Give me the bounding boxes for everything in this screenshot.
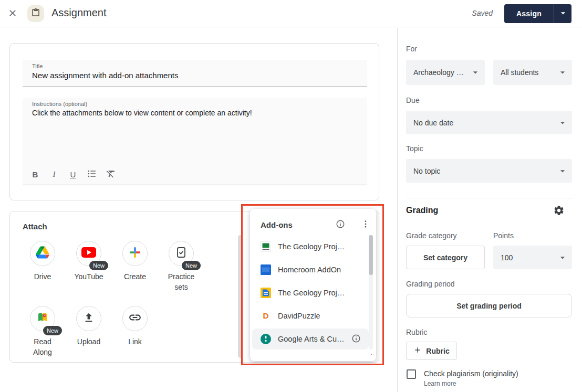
- top-bar: Assignment Saved Assign: [0, 0, 582, 27]
- rubric-button-label: Rubric: [426, 347, 449, 355]
- due-label: Due: [406, 96, 420, 104]
- sidebar-divider: [406, 198, 572, 198]
- homeroom-addon-icon: [261, 264, 271, 275]
- gear-icon: [553, 210, 565, 218]
- attach-item-label: YouTube: [71, 271, 106, 282]
- create-plus-icon: [128, 246, 142, 261]
- attach-item-label: Link: [118, 336, 152, 347]
- clear-formatting-icon: [106, 168, 116, 181]
- attach-youtube-button[interactable]: New YouTube: [66, 241, 112, 282]
- svg-text:D: D: [263, 311, 269, 320]
- upload-icon: [82, 311, 95, 326]
- youtube-icon: [81, 247, 96, 260]
- topic-value: No topic: [413, 167, 440, 175]
- assignment-clipboard-icon: [31, 8, 40, 19]
- addons-info-button[interactable]: [335, 219, 346, 230]
- google-drive-icon: [36, 246, 49, 261]
- chevron-down-icon: [557, 118, 568, 130]
- points-value: 100: [501, 253, 513, 262]
- instructions-input[interactable]: Instructions (optional) Click the attach…: [23, 98, 367, 185]
- geology-project-book-icon: [261, 288, 271, 298]
- attach-item-label: Drive: [25, 271, 60, 282]
- underline-button[interactable]: U: [66, 167, 80, 182]
- geology-project-icon: [261, 241, 271, 252]
- set-grading-period-button[interactable]: Set grading period: [406, 294, 572, 317]
- addon-item-homeroom[interactable]: Homeroom AddOn: [252, 259, 369, 280]
- instructions-value: Click the attachments below to view cont…: [32, 109, 252, 117]
- saved-status: Saved: [472, 9, 493, 17]
- addon-item-geology-project-2[interactable]: The Geology Proj…: [252, 282, 369, 303]
- assignment-dialog: Assignment Saved Assign Title New assign…: [0, 0, 582, 392]
- grading-period-label: Grading period: [406, 280, 455, 288]
- title-value: New assignment with add-on attachments: [32, 71, 178, 80]
- addons-heading: Add-ons: [261, 220, 293, 229]
- chevron-down-icon: [557, 166, 568, 178]
- assignment-form-card: Title New assignment with add-on attachm…: [9, 43, 379, 200]
- davidpuzzle-icon: D: [261, 311, 271, 321]
- chevron-down-icon: [558, 8, 568, 20]
- attach-upload-button[interactable]: Upload: [66, 306, 112, 347]
- assign-button[interactable]: Assign: [504, 4, 554, 23]
- scroll-down-arrow-icon[interactable]: [369, 351, 374, 356]
- rubric-label: Rubric: [406, 328, 427, 336]
- info-icon: [351, 337, 361, 345]
- addon-item-label: The Geology Proj…: [278, 289, 345, 297]
- italic-button[interactable]: I: [47, 167, 61, 182]
- points-label: Points: [493, 231, 514, 240]
- attach-item-label: Upload: [71, 336, 106, 347]
- attach-drive-button[interactable]: Drive: [19, 241, 66, 282]
- plagiarism-checkbox[interactable]: [407, 369, 416, 379]
- attach-item-label: Read Along: [25, 336, 60, 357]
- addons-scrollbar-thumb[interactable]: [369, 235, 373, 275]
- attach-practice-sets-button[interactable]: New Practice sets: [158, 241, 204, 292]
- attach-read-along-button[interactable]: New Read Along: [19, 306, 66, 357]
- attach-heading: Attach: [23, 222, 47, 231]
- grading-settings-button[interactable]: [552, 204, 566, 218]
- topic-label: Topic: [406, 144, 423, 153]
- chevron-down-icon: [557, 67, 568, 79]
- clear-formatting-button[interactable]: [103, 167, 118, 182]
- students-select-value: All students: [501, 68, 538, 77]
- chevron-down-icon: [557, 252, 568, 264]
- link-icon: [128, 311, 142, 326]
- close-button[interactable]: [6, 7, 19, 20]
- add-rubric-button[interactable]: Rubric: [406, 342, 457, 360]
- plus-icon: [413, 346, 422, 356]
- set-category-button[interactable]: Set category: [406, 246, 485, 269]
- class-select[interactable]: Archaeology …: [406, 60, 485, 85]
- instructions-label: Instructions (optional): [32, 101, 87, 107]
- addon-item-davidpuzzle[interactable]: D DavidPuzzle: [252, 305, 369, 326]
- addon-item-label: The Geology Proj…: [278, 242, 345, 251]
- addons-popup: Add-ons The Geology Proj… Homeroom AddOn: [250, 209, 376, 361]
- attach-create-button[interactable]: Create: [112, 241, 158, 282]
- assignment-type-chip: [27, 5, 44, 22]
- new-badge: New: [182, 261, 201, 270]
- addon-item-google-arts-culture[interactable]: Google Arts & Cu…: [252, 329, 369, 349]
- settings-sidebar: For Archaeology … All students Due No du…: [397, 28, 582, 392]
- bulleted-list-icon: [87, 168, 97, 181]
- addons-overflow-menu-button[interactable]: [360, 219, 371, 230]
- grade-category-label: Grade category: [406, 231, 457, 240]
- grading-heading: Grading: [406, 206, 438, 215]
- addon-info-button[interactable]: [351, 334, 361, 344]
- bulleted-list-button[interactable]: [85, 167, 99, 182]
- addons-scrollbar[interactable]: [369, 235, 373, 349]
- bold-button[interactable]: B: [28, 167, 43, 182]
- title-label: Title: [32, 63, 43, 69]
- addon-item-label: DavidPuzzle: [278, 312, 320, 320]
- format-toolbar: B I U: [28, 167, 118, 182]
- due-date-select[interactable]: No due date: [406, 111, 572, 134]
- attach-link-button[interactable]: Link: [112, 306, 158, 347]
- learn-more-link[interactable]: Learn more: [424, 380, 456, 387]
- points-select[interactable]: 100: [493, 246, 572, 269]
- class-select-value: Archaeology …: [413, 68, 464, 77]
- assign-dropdown-button[interactable]: [554, 4, 571, 23]
- students-select[interactable]: All students: [493, 60, 572, 85]
- attach-scrollbar[interactable]: [238, 235, 243, 358]
- topic-select[interactable]: No topic: [406, 159, 572, 183]
- three-dot-menu-icon: [361, 223, 370, 230]
- addon-item-geology-project-1[interactable]: The Geology Proj…: [252, 236, 369, 257]
- close-icon: [7, 12, 18, 20]
- due-date-value: No due date: [413, 119, 453, 127]
- title-input[interactable]: Title New assignment with add-on attachm…: [23, 60, 367, 87]
